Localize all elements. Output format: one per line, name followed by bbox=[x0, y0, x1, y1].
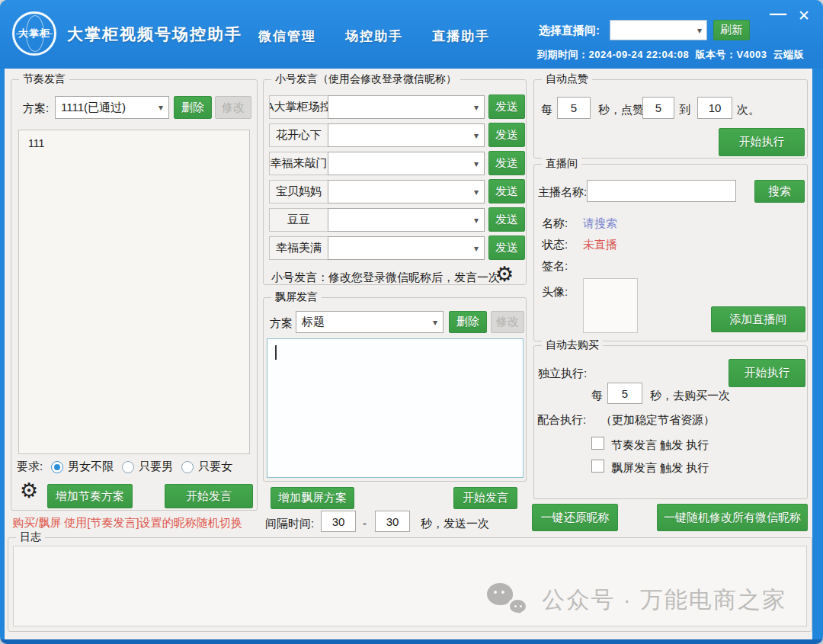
room-name-value: 请搜索 bbox=[583, 216, 617, 231]
version-value: V4003 bbox=[736, 49, 767, 60]
radio-gender-male[interactable]: 只要男 bbox=[122, 460, 173, 474]
send-button[interactable]: 发送 bbox=[488, 123, 525, 147]
radio-gender-female[interactable]: 只要女 bbox=[181, 460, 232, 474]
auto-buy-start-button[interactable]: 开始执行 bbox=[729, 359, 805, 387]
radio-gender-any[interactable]: 男女不限 bbox=[51, 460, 114, 474]
send-button[interactable]: 发送 bbox=[488, 95, 525, 119]
send-button[interactable]: 发送 bbox=[488, 179, 525, 203]
subaccount-speech-group: 小号发言（使用会修改登录微信昵称） A大掌柜场控 ▾ 发送 花开心下 ▾ 发送 … bbox=[263, 79, 527, 285]
floatscreen-start-speaking-button[interactable]: 开始发言 bbox=[453, 487, 517, 509]
account-message-dropdown[interactable]: ▾ bbox=[328, 180, 485, 203]
interval-min-input[interactable] bbox=[321, 511, 356, 532]
menu-item-wechat-manage[interactable]: 微信管理 bbox=[258, 27, 316, 45]
coop-exec-note: （更加稳定节省资源） bbox=[600, 413, 715, 428]
room-signature-label: 签名: bbox=[542, 259, 568, 274]
main-content: 节奏发言 方案: 1111(已通过) ▾ 删除 修改 111 要求: 男女不限 … bbox=[5, 69, 812, 639]
like-count-max-input[interactable] bbox=[697, 97, 732, 119]
rhythm-start-speaking-button[interactable]: 开始发言 bbox=[165, 484, 253, 508]
like-count-min-input[interactable] bbox=[642, 97, 674, 119]
account-name: 花开心下 bbox=[269, 123, 328, 147]
randomize-nickname-button[interactable]: 一键随机修改所有微信昵称 bbox=[657, 504, 808, 531]
like-mid-label: 秒，点赞 bbox=[598, 103, 644, 117]
account-message-dropdown[interactable]: ▾ bbox=[328, 236, 485, 260]
radio-icon[interactable] bbox=[181, 461, 194, 473]
radio-label: 男女不限 bbox=[68, 460, 114, 474]
watermark-text: 公众号 · 万能电商之家 bbox=[542, 585, 786, 616]
gear-icon[interactable]: ⚙ bbox=[495, 264, 514, 285]
menu-item-live-assistant[interactable]: 直播助手 bbox=[432, 27, 490, 45]
menu-item-field-control[interactable]: 场控助手 bbox=[345, 27, 403, 45]
avatar bbox=[583, 278, 638, 333]
expiry-label: 到期时间： bbox=[537, 49, 589, 60]
subaccount-group-title: 小号发言（使用会修改登录微信昵称） bbox=[271, 72, 460, 86]
account-message-dropdown[interactable]: ▾ bbox=[328, 208, 485, 232]
search-button[interactable]: 搜索 bbox=[754, 180, 805, 203]
chevron-down-icon: ▾ bbox=[474, 187, 479, 197]
nickname-switch-hint: 购买/飘屏 使用[节奏发言]设置的昵称随机切换 bbox=[12, 516, 242, 530]
floatscreen-modify-button[interactable]: 修改 bbox=[491, 311, 524, 333]
anchor-name-input[interactable] bbox=[587, 180, 736, 202]
expiry-value: 2024-09-24 22:04:08 bbox=[589, 49, 690, 60]
account-name: 豆豆 bbox=[269, 208, 328, 232]
send-button[interactable]: 发送 bbox=[488, 235, 525, 260]
floatscreen-plan-value: 标题 bbox=[302, 315, 325, 329]
rhythm-delete-button[interactable]: 删除 bbox=[174, 96, 212, 119]
buy-interval-input[interactable] bbox=[607, 383, 642, 404]
anchor-name-label: 主播名称: bbox=[538, 185, 587, 200]
interval-max-input[interactable] bbox=[375, 511, 410, 532]
radio-label: 只要女 bbox=[198, 460, 232, 474]
minimize-button[interactable]: — bbox=[767, 6, 789, 26]
auto-like-title: 自动点赞 bbox=[542, 72, 592, 86]
gear-icon[interactable]: ⚙ bbox=[20, 481, 38, 501]
radio-label: 只要男 bbox=[139, 460, 173, 474]
checkbox-rhythm-trigger-label: 节奏发言 触发 执行 bbox=[611, 438, 709, 453]
app-title: 大掌柜视频号场控助手 bbox=[67, 24, 242, 45]
wechat-bubbles-icon bbox=[487, 583, 531, 617]
like-every-label: 每 bbox=[541, 103, 552, 117]
auto-like-start-button[interactable]: 开始执行 bbox=[719, 128, 805, 156]
checkbox-floatscreen-trigger[interactable] bbox=[591, 460, 604, 473]
add-rhythm-plan-button[interactable]: 增加节奏方案 bbox=[47, 484, 133, 508]
chevron-down-icon: ▾ bbox=[159, 102, 163, 113]
log-output[interactable]: 公众号 · 万能电商之家 bbox=[13, 546, 807, 626]
expiry-line: 到期时间：2024-09-24 22:04:08 版本号：V4003 云端版 bbox=[537, 48, 804, 62]
subaccount-note: 小号发言：修改您登录微信昵称后，发言一次 bbox=[271, 271, 500, 285]
rhythm-plan-list[interactable]: 111 bbox=[18, 130, 250, 454]
floatscreen-delete-button[interactable]: 删除 bbox=[449, 311, 487, 333]
send-button[interactable]: 发送 bbox=[488, 151, 525, 175]
floatscreen-text-area[interactable] bbox=[267, 338, 524, 478]
checkbox-floatscreen-trigger-label: 飘屏发言 触发 执行 bbox=[611, 461, 709, 476]
chevron-down-icon: ▾ bbox=[474, 130, 479, 141]
radio-icon[interactable] bbox=[122, 461, 134, 473]
chevron-down-icon: ▾ bbox=[474, 243, 479, 254]
checkbox-rhythm-trigger[interactable] bbox=[591, 437, 604, 450]
like-interval-input[interactable] bbox=[557, 97, 591, 119]
send-button[interactable]: 发送 bbox=[488, 207, 525, 232]
account-message-dropdown[interactable]: ▾ bbox=[328, 95, 485, 119]
account-message-dropdown[interactable]: ▾ bbox=[328, 152, 485, 175]
refresh-button[interactable]: 刷新 bbox=[713, 20, 750, 40]
list-item[interactable]: 111 bbox=[19, 130, 249, 156]
chevron-down-icon: ▾ bbox=[474, 102, 479, 113]
buy-every-label: 每 bbox=[591, 389, 603, 403]
room-status-label: 状态: bbox=[542, 238, 568, 252]
room-avatar-label: 头像: bbox=[542, 285, 568, 300]
rhythm-modify-button[interactable]: 修改 bbox=[215, 96, 251, 119]
watermark: 公众号 · 万能电商之家 bbox=[487, 583, 786, 617]
close-button[interactable]: ✕ bbox=[793, 6, 815, 26]
room-select-dropdown[interactable]: ▾ bbox=[610, 20, 707, 40]
coop-exec-label: 配合执行: bbox=[537, 413, 586, 428]
interval-suffix: 秒，发送一次 bbox=[421, 517, 489, 531]
interval-dash: - bbox=[363, 517, 367, 530]
log-group: 日志 公众号 · 万能电商之家 bbox=[8, 537, 812, 632]
radio-selected-icon[interactable] bbox=[51, 461, 63, 473]
chevron-down-icon: ▾ bbox=[697, 25, 702, 36]
add-live-room-button[interactable]: 添加直播间 bbox=[711, 306, 805, 332]
floatscreen-plan-dropdown[interactable]: 标题 ▾ bbox=[296, 311, 444, 333]
account-message-dropdown[interactable]: ▾ bbox=[328, 123, 485, 147]
interval-label: 间隔时间: bbox=[265, 517, 314, 531]
restore-nickname-button[interactable]: 一键还原昵称 bbox=[532, 504, 618, 531]
rhythm-plan-dropdown[interactable]: 1111(已通过) ▾ bbox=[55, 96, 169, 119]
add-floatscreen-plan-button[interactable]: 增加飘屏方案 bbox=[271, 487, 354, 509]
app-logo: 大掌柜 bbox=[12, 11, 56, 56]
